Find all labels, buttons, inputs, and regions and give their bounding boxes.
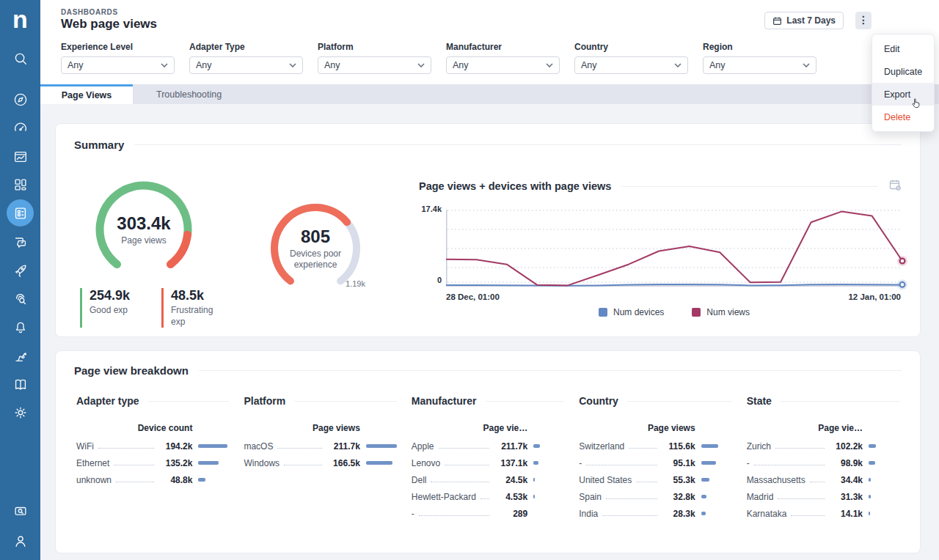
search-icon[interactable]: [10, 48, 30, 68]
timeframe-button[interactable]: Last 7 Days: [764, 12, 844, 29]
row-value: 102.2k: [829, 441, 863, 452]
divider: [199, 370, 902, 371]
dotted-leader: [754, 465, 825, 465]
menu-item-export[interactable]: Export: [872, 83, 934, 106]
sidebar-item-dashboards-active[interactable]: [7, 199, 34, 226]
table-row[interactable]: Massachusetts34.4k: [747, 471, 899, 488]
table-row[interactable]: Karnataka14.1k: [747, 505, 899, 522]
row-bar: [701, 512, 706, 515]
menu-item-delete[interactable]: Delete: [872, 106, 934, 128]
row-value: 34.4k: [829, 475, 863, 485]
bell-icon[interactable]: [10, 317, 30, 337]
table-row[interactable]: India28.3k: [579, 505, 731, 522]
breakdown-table: Adapter type Device count WiFi194.2kEthe…: [76, 395, 229, 522]
table-row[interactable]: Switzerland115.6k: [579, 438, 731, 454]
row-bar: [869, 444, 876, 448]
table-row[interactable]: WiFi194.2k: [76, 438, 229, 454]
breakdown-table-title: Country: [579, 395, 618, 407]
table-row[interactable]: macOS211.7k: [244, 438, 396, 454]
automation-arm-icon[interactable]: [10, 346, 30, 366]
row-value: 194.2k: [158, 441, 192, 452]
dotted-leader: [606, 498, 657, 499]
app-logo[interactable]: n: [0, 4, 40, 37]
layout-grid-icon[interactable]: [10, 174, 30, 194]
row-label: United States: [579, 475, 632, 485]
fingerprint-search-icon[interactable]: [10, 289, 30, 309]
table-row[interactable]: Apple211.7k: [412, 438, 564, 454]
filter-select[interactable]: Any: [61, 56, 175, 74]
row-value: 115.6k: [662, 441, 695, 452]
legend-label: Num devices: [613, 307, 664, 317]
table-row[interactable]: Lenovo137.1k: [412, 454, 564, 471]
row-value: 98.9k: [829, 458, 863, 468]
dotted-leader: [445, 465, 489, 465]
menu-item-duplicate[interactable]: Duplicate: [872, 60, 934, 83]
table-row[interactable]: -289: [412, 505, 564, 522]
menu-item-edit[interactable]: Edit: [872, 37, 934, 60]
rocket-icon[interactable]: [10, 260, 30, 280]
breakdown-table: Platform Page views macOS211.7kWindows16…: [244, 395, 396, 522]
row-value: 211.7k: [494, 441, 527, 452]
book-icon[interactable]: [10, 375, 30, 394]
table-row[interactable]: Hewlett-Packard4.53k: [412, 488, 564, 505]
table-row[interactable]: Madrid31.3k: [747, 488, 899, 505]
devices-poor-experience-gauge: 805 Devices poor experience 1.19k: [267, 200, 364, 297]
legend-swatch-devices: [599, 308, 607, 317]
filter-select[interactable]: Any: [446, 56, 560, 74]
row-bar: [869, 512, 870, 515]
row-label: Lenovo: [412, 458, 440, 468]
divider: [294, 401, 397, 402]
tab-page-views[interactable]: Page Views: [40, 84, 133, 104]
dotted-leader: [791, 515, 825, 516]
dotted-leader: [431, 482, 489, 482]
gear-icon[interactable]: [10, 402, 30, 422]
web-monitoring-icon[interactable]: [10, 147, 30, 166]
filter-select[interactable]: Any: [574, 56, 688, 74]
dotted-leader: [602, 515, 657, 516]
filter-label: Platform: [318, 42, 431, 52]
table-row[interactable]: Windows166.5k: [244, 454, 396, 471]
table-row[interactable]: United States55.3k: [579, 471, 731, 488]
row-label: Hewlett-Packard: [412, 492, 476, 502]
dotted-leader: [586, 465, 657, 465]
row-label: WiFi: [76, 441, 94, 452]
chat-bubbles-icon[interactable]: [10, 232, 30, 251]
row-value: 135.2k: [158, 458, 192, 468]
filter-select[interactable]: Any: [189, 56, 303, 74]
row-value: 95.1k: [662, 458, 695, 468]
breakdown-value-header: Page vie…: [412, 423, 527, 433]
gauge-icon[interactable]: [10, 118, 30, 138]
breakdown-value-header: Page views: [579, 423, 695, 433]
compass-icon[interactable]: [10, 89, 30, 109]
device-query-icon[interactable]: [10, 501, 30, 521]
row-bar: [701, 478, 709, 482]
kebab-menu-button[interactable]: ⋮: [855, 12, 872, 29]
legend-num-devices[interactable]: Num devices: [599, 307, 664, 317]
tab-troubleshooting[interactable]: Troubleshooting: [133, 84, 222, 104]
page-views-gauge: 303.4k Page views: [92, 178, 195, 281]
row-value: 4.53k: [494, 492, 527, 502]
breadcrumb[interactable]: DASHBOARDS: [61, 8, 118, 16]
table-row[interactable]: -95.1k: [579, 454, 731, 471]
trend-plot[interactable]: [446, 210, 902, 287]
row-value: 31.3k: [829, 492, 863, 502]
table-row[interactable]: Zurich102.2k: [747, 438, 899, 454]
row-label: Switzerland: [579, 441, 624, 452]
divider: [781, 401, 899, 402]
filter-select[interactable]: Any: [703, 56, 816, 74]
row-value: 137.1k: [494, 458, 527, 468]
dotted-leader: [419, 515, 489, 516]
table-row[interactable]: unknown48.8k: [76, 471, 229, 488]
person-icon[interactable]: [10, 531, 30, 550]
table-row[interactable]: Spain32.8k: [579, 488, 731, 505]
table-row[interactable]: -98.9k: [747, 454, 899, 471]
row-bar: [701, 444, 718, 448]
filter-select[interactable]: Any: [318, 56, 431, 74]
legend-num-views[interactable]: Num views: [692, 307, 750, 317]
summary-card: Summary 303.4k Page views 254.9k Good ex…: [55, 123, 921, 337]
table-row[interactable]: Dell24.5k: [412, 471, 564, 488]
chevron-down-icon: [674, 63, 682, 67]
filter-region: Region Any: [703, 42, 816, 74]
table-row[interactable]: Ethernet135.2k: [76, 454, 229, 471]
calendar-disabled-icon[interactable]: [888, 178, 902, 194]
